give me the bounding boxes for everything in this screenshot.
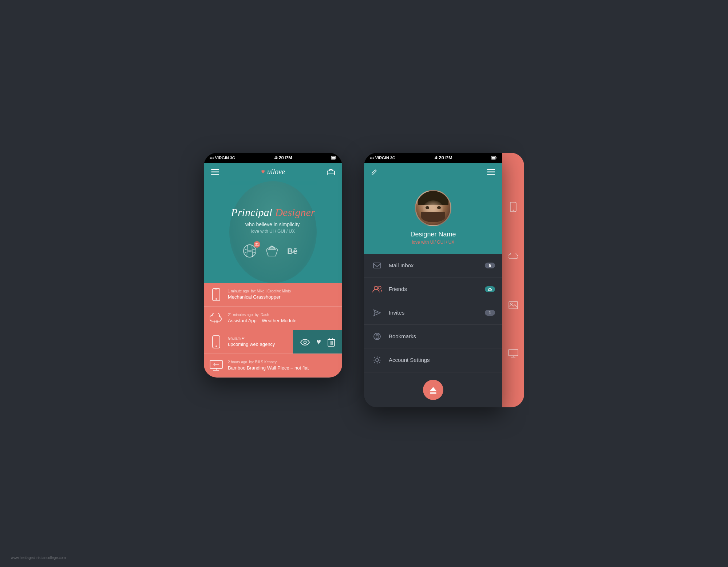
invites-label: Invites: [389, 310, 485, 316]
feed-item-2-title: Assistant App – Weather Module: [228, 318, 336, 323]
dribbble-icon-wrap[interactable]: 21: [243, 244, 257, 258]
feed-section: 1 minute ago by: Mike | Creative Mints M…: [204, 283, 342, 378]
view-action[interactable]: [300, 337, 310, 347]
side-image-icon: [509, 300, 518, 309]
svg-rect-38: [487, 174, 495, 175]
feed-item-4-content: 2 hours ago by: Bill S Kenney Bamboo Bra…: [228, 360, 336, 371]
feed-item-4-title: Bamboo Branding Wall Piece – not flat: [228, 365, 336, 371]
svg-rect-1: [332, 157, 335, 159]
dribbble-badge: 21: [254, 241, 260, 248]
status-bar-2: ▪▪▪ VIRGIN 3G 4:20 PM: [364, 153, 502, 163]
feed-item-3[interactable]: Ghulam ☛ upcoming web agency: [204, 330, 293, 354]
svg-point-21: [215, 346, 217, 347]
hamburger-icon-2[interactable]: [487, 168, 495, 176]
feed-item-2[interactable]: 21 minutes ago by: Dash Assistant App – …: [204, 307, 342, 330]
svg-rect-35: [496, 157, 496, 158]
svg-rect-37: [487, 172, 495, 173]
feed-item-3-icon: [210, 335, 223, 348]
phone1: ▪▪▪ VIRGIN 3G 4:20 PM ♥ uilove: [204, 153, 342, 378]
settings-icon: [371, 354, 383, 366]
behance-icon[interactable]: Bē: [287, 247, 303, 255]
svg-rect-25: [330, 338, 333, 339]
invites-icon: [371, 307, 383, 319]
feed-item-3-swipe-row: Ghulam ☛ upcoming web agency ♥: [204, 330, 342, 354]
feed-item-2-meta: 21 minutes ago by: Dash: [228, 313, 336, 317]
hero-title: Principal Designer: [231, 206, 315, 219]
sketch-icon[interactable]: [265, 244, 278, 257]
svg-text:Bē: Bē: [287, 247, 297, 255]
feed-item-1-meta: 1 minute ago by: Mike | Creative Mints: [228, 289, 336, 293]
app-logo: ♥ uilove: [261, 168, 285, 176]
mail-icon: [371, 260, 383, 271]
friends-badge: 25: [485, 286, 495, 292]
phone-icon-1: [212, 288, 221, 301]
menu-item-bookmarks[interactable]: Bookmarks: [364, 325, 502, 348]
bookmark-icon: [373, 332, 381, 340]
svg-marker-46: [430, 387, 437, 391]
menu-item-mail[interactable]: Mail Inbox 5: [364, 254, 502, 277]
svg-rect-4: [211, 172, 219, 173]
bookmarks-icon: [371, 331, 383, 342]
sketch-logo-icon: [265, 244, 278, 257]
side-strip: [502, 153, 524, 407]
battery-icon-2: [491, 156, 496, 160]
svg-rect-34: [492, 157, 495, 159]
feed-item-2-icon: [210, 312, 223, 325]
eject-section: [364, 372, 502, 407]
svg-point-41: [378, 286, 381, 289]
feed-item-1[interactable]: 1 minute ago by: Mike | Creative Mints M…: [204, 283, 342, 307]
menu-item-friends[interactable]: Friends 25: [364, 277, 502, 301]
phone2: ▪▪▪ VIRGIN 3G 4:20 PM: [364, 153, 502, 407]
phone-icon-3: [212, 335, 221, 348]
bookmarks-label: Bookmarks: [389, 333, 495, 339]
like-action[interactable]: ♥: [316, 337, 321, 347]
feed-item-1-title: Mechanical Grasshopper: [228, 294, 336, 300]
behance-logo-icon: Bē: [287, 247, 303, 255]
eject-icon: [428, 385, 438, 395]
hero-title-designer: Designer: [275, 206, 315, 218]
invites-badge: 1: [485, 310, 495, 316]
eye-icon: [300, 339, 310, 346]
menu-item-invites[interactable]: Invites 1: [364, 301, 502, 325]
feed-item-4-meta: 2 hours ago by: Bill S Kenney: [228, 360, 336, 364]
svg-line-9: [247, 245, 248, 257]
feed-item-3-title: upcoming web agency: [228, 342, 287, 347]
hero-icons: 21: [243, 244, 303, 258]
delete-action[interactable]: [328, 337, 335, 346]
signal-2: ▪▪▪ VIRGIN 3G: [370, 156, 395, 160]
phones-container: ▪▪▪ VIRGIN 3G 4:20 PM ♥ uilove: [204, 153, 524, 407]
profile-name: Designer Name: [410, 231, 456, 238]
hero-title-principal: Principal: [231, 206, 275, 218]
avatar: [415, 190, 451, 226]
swipe-actions: ♥: [293, 330, 342, 354]
menu-list: Mail Inbox 5 Frien: [364, 254, 502, 407]
hamburger-icon[interactable]: [211, 168, 219, 176]
friends-icon: [371, 283, 383, 295]
send-icon: [373, 309, 381, 316]
svg-point-15: [215, 298, 217, 300]
feed-item-3-meta: Ghulam ☛: [228, 336, 287, 340]
side-phone-icon: [510, 202, 517, 212]
mail-label: Mail Inbox: [389, 262, 485, 268]
svg-rect-36: [487, 169, 495, 170]
users-icon: [372, 286, 382, 293]
svg-point-43: [374, 333, 380, 340]
phone2-wrapper: ▪▪▪ VIRGIN 3G 4:20 PM: [364, 153, 524, 407]
side-cloud-icon: [509, 252, 518, 260]
briefcase-icon[interactable]: [327, 168, 335, 176]
feed-item-4[interactable]: 2 hours ago by: Bill S Kenney Bamboo Bra…: [204, 354, 342, 378]
feed-item-3-content: Ghulam ☛ upcoming web agency: [228, 336, 287, 347]
eject-button[interactable]: [423, 380, 443, 400]
time-1: 4:20 PM: [274, 155, 292, 160]
feed-item-4-icon: [210, 359, 223, 372]
pencil-icon[interactable]: [371, 169, 377, 175]
battery-icon-1: [331, 156, 336, 160]
svg-rect-52: [509, 350, 518, 356]
feed-item-1-content: 1 minute ago by: Mike | Creative Mints M…: [228, 289, 336, 300]
trash-icon: [328, 338, 335, 347]
edit-icon: [371, 169, 377, 175]
menu-item-settings[interactable]: Account Settings: [364, 348, 502, 372]
svg-rect-50: [509, 302, 518, 309]
side-monitor-icon: [508, 349, 518, 358]
svg-rect-5: [211, 174, 219, 175]
